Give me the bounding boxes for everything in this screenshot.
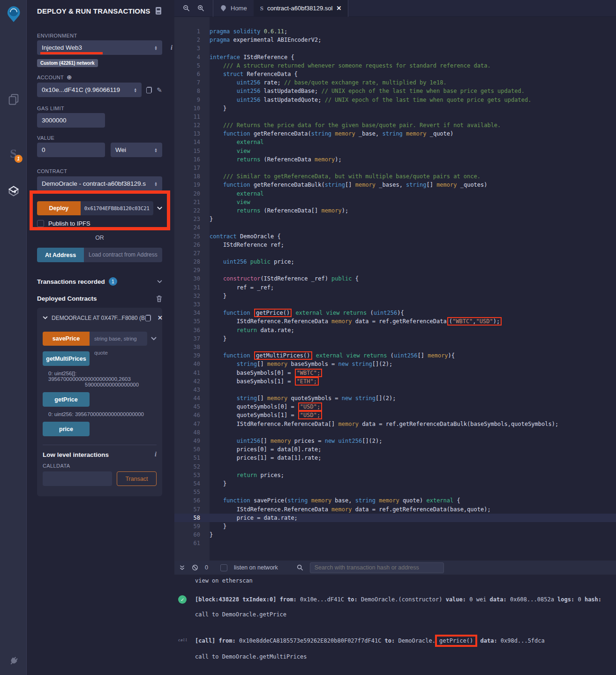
copy-icon[interactable] xyxy=(145,315,151,321)
code-line[interactable]: 20 external xyxy=(174,190,616,198)
account-select[interactable]: 0x10e...dF41C (9.96066119 ▲▼ xyxy=(37,83,142,97)
close-icon[interactable]: ✕ xyxy=(158,314,163,321)
terminal-line[interactable]: ✓[block:438228 txIndex:0] from: 0x10e...… xyxy=(174,596,616,603)
saveprice-button[interactable]: savePrice xyxy=(43,332,90,346)
code-line[interactable]: 21 view xyxy=(174,198,616,206)
calldata-input[interactable] xyxy=(43,471,112,486)
chevron-down-icon[interactable] xyxy=(157,280,162,283)
chevron-down-icon[interactable] xyxy=(43,316,48,319)
code-line[interactable]: 4interface IStdReference { xyxy=(174,53,616,61)
code-line[interactable]: 41 baseSymbols[0] = "WBTC"; xyxy=(174,369,616,377)
remix-logo-icon[interactable] xyxy=(0,4,27,24)
info-icon[interactable]: i xyxy=(155,451,157,458)
terminal-line[interactable]: call to DemoOracle.getPrice xyxy=(174,611,616,618)
code-line[interactable]: 36 return data.rate; xyxy=(174,326,616,334)
at-address-button[interactable]: At Address xyxy=(37,248,84,262)
code-line[interactable]: 49 uint256[] memory prices = new uint256… xyxy=(174,437,616,445)
code-line[interactable]: 34 function getPrice() external view ret… xyxy=(174,309,616,317)
trash-icon[interactable] xyxy=(156,295,162,302)
code-line[interactable]: 44 string[] memory quoteSymbols = new st… xyxy=(174,394,616,402)
code-line[interactable]: 17 xyxy=(174,164,616,172)
publish-ipfs-checkbox[interactable] xyxy=(37,220,44,227)
code-line[interactable]: 43 xyxy=(174,386,616,394)
transact-button[interactable]: Transact xyxy=(117,471,157,486)
code-line[interactable]: 45 quoteSymbols[0] = "USD"; xyxy=(174,402,616,411)
code-line[interactable]: 18 /// Similar to getReferenceData, but … xyxy=(174,172,616,181)
code-line[interactable]: 33 xyxy=(174,300,616,309)
code-line[interactable]: 35 IStdReference.ReferenceData memory da… xyxy=(174,317,616,326)
code-line[interactable]: 12 /// Returns the price data for the gi… xyxy=(174,121,616,129)
value-input[interactable]: 0 xyxy=(37,143,105,157)
tab-home[interactable]: Home xyxy=(213,0,254,17)
terminal-line[interactable]: call to DemoOracle.getMultiPrices xyxy=(174,653,616,660)
add-account-icon[interactable]: ⊕ xyxy=(67,74,72,81)
code-line[interactable]: 54 } xyxy=(174,479,616,488)
deploy-run-icon[interactable] xyxy=(0,182,27,201)
code-line[interactable]: 47 IStdReference.ReferenceData[] memory … xyxy=(174,420,616,428)
code-line[interactable]: 8 uint256 lastUpdatedBase; // UNIX epoch… xyxy=(174,87,616,95)
code-line[interactable]: 50 prices[0] = data[0].rate; xyxy=(174,445,616,454)
terminal-line[interactable]: call[call] from: 0x10e8ddeCA8185573e5926… xyxy=(174,637,616,645)
code-line[interactable]: 55 xyxy=(174,488,616,496)
plugin-manager-icon[interactable] xyxy=(0,652,27,669)
value-unit-select[interactable]: Wei ▲▼ xyxy=(111,143,162,157)
chevron-down-icon[interactable] xyxy=(157,206,162,210)
code-line[interactable]: 60} xyxy=(174,531,616,539)
code-line[interactable]: 28 uint256 public price; xyxy=(174,258,616,266)
code-line[interactable]: 19 function getReferenceDataBulk(string[… xyxy=(174,181,616,189)
code-line[interactable]: 3 xyxy=(174,44,616,53)
code-line[interactable]: 22 returns (ReferenceData[] memory); xyxy=(174,206,616,215)
code-line[interactable]: 51 prices[1] = data[1].rate; xyxy=(174,454,616,462)
code-line[interactable]: 14 external xyxy=(174,138,616,146)
code-line[interactable]: 23} xyxy=(174,215,616,223)
terminal-search-input[interactable] xyxy=(310,562,444,573)
code-line[interactable]: 10 } xyxy=(174,104,616,113)
code-line[interactable]: 5 /// A structure returned whenever some… xyxy=(174,61,616,70)
code-line[interactable]: 57 IStdReference.ReferenceData memory da… xyxy=(174,505,616,514)
code-line[interactable]: 30 constructor(IStdReference _ref) publi… xyxy=(174,274,616,283)
solidity-compiler-icon[interactable]: S1 xyxy=(0,144,27,163)
code-line[interactable]: 31 ref = _ref; xyxy=(174,283,616,292)
copy-icon[interactable] xyxy=(146,87,152,93)
code-line[interactable]: 15 view xyxy=(174,147,616,155)
file-explorer-icon[interactable] xyxy=(0,90,27,109)
info-icon[interactable]: i xyxy=(171,44,173,52)
code-line[interactable]: 27 xyxy=(174,249,616,258)
code-line[interactable]: 2pragma experimental ABIEncoderV2; xyxy=(174,36,616,44)
code-line[interactable]: 16 returns (ReferenceData memory); xyxy=(174,155,616,164)
code-line[interactable]: 53 return prices; xyxy=(174,471,616,479)
code-line[interactable]: 32 } xyxy=(174,292,616,300)
tab-contract-file[interactable]: S contract-a60bf38129.sol ✕ xyxy=(254,0,349,17)
saveprice-args-input[interactable]: string base, string quote xyxy=(90,332,147,346)
code-line[interactable]: 52 xyxy=(174,463,616,471)
code-line[interactable]: 24 xyxy=(174,223,616,232)
expand-terminal-icon[interactable] xyxy=(179,565,185,571)
getprice-button[interactable]: getPrice xyxy=(43,392,90,407)
code-line[interactable]: 48 xyxy=(174,428,616,437)
environment-select[interactable]: Injected Web3 ▲▼ i xyxy=(37,40,162,55)
book-icon[interactable] xyxy=(155,7,162,15)
code-line[interactable]: 13 function getReferenceData(string memo… xyxy=(174,129,616,138)
listen-network-checkbox[interactable] xyxy=(220,564,227,571)
contract-select[interactable]: DemoOracle - contract-a60bf38129.s ▲▼ xyxy=(37,176,162,191)
code-line[interactable]: 40 string[] memory baseSymbols = new str… xyxy=(174,360,616,368)
deploy-arg-input[interactable]: 0x61704EFB8b8120c03C21 xyxy=(81,201,153,215)
code-line[interactable]: 29 xyxy=(174,266,616,274)
code-line[interactable]: 7 uint256 rate; // base/quote exchange r… xyxy=(174,78,616,87)
code-line[interactable]: 46 quoteSymbols[1] = "USD"; xyxy=(174,411,616,419)
chevron-down-icon[interactable] xyxy=(151,337,157,341)
getmultiprices-button[interactable]: getMultiPrices xyxy=(43,351,90,366)
code-line[interactable]: 1pragma solidity 0.6.11; xyxy=(174,27,616,36)
gas-limit-input[interactable]: 3000000 xyxy=(37,113,105,128)
code-line[interactable]: 6 struct ReferenceData { xyxy=(174,70,616,78)
at-address-input[interactable]: Load contract from Address xyxy=(84,248,162,262)
zoom-out-icon[interactable] xyxy=(183,5,190,12)
code-line[interactable]: 59 } xyxy=(174,522,616,531)
zoom-in-icon[interactable] xyxy=(197,5,204,12)
close-tab-icon[interactable]: ✕ xyxy=(336,5,341,12)
terminal-line[interactable]: view on etherscan xyxy=(174,577,616,584)
code-line[interactable]: 25contract DemoOracle { xyxy=(174,232,616,241)
price-button[interactable]: price xyxy=(43,422,90,436)
code-line[interactable]: 42 baseSymbols[1] = "ETH"; xyxy=(174,377,616,386)
code-line[interactable]: 56 function savePrice(string memory base… xyxy=(174,496,616,505)
